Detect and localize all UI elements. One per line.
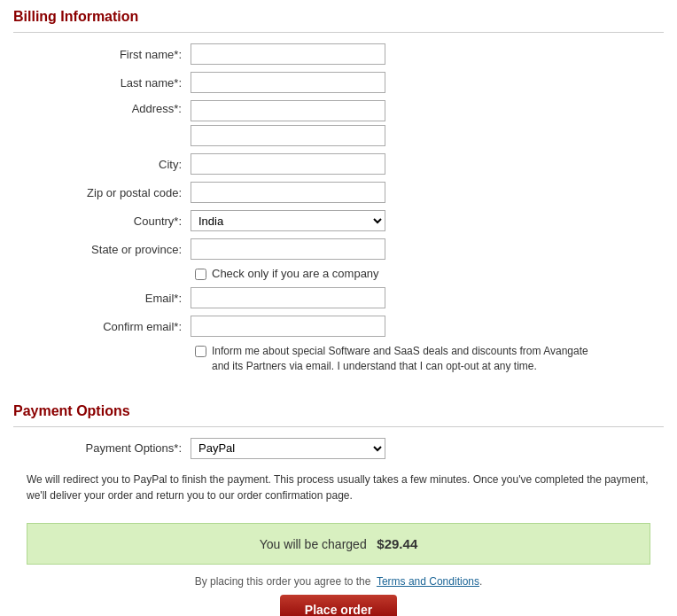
first-name-label: First name*: [13, 48, 191, 61]
terms-link[interactable]: Terms and Conditions [377, 575, 479, 588]
payment-section: Payment Options Payment Options*: PayPal… [0, 394, 677, 616]
place-order-button[interactable]: Place order [280, 595, 397, 616]
confirm-email-row: Confirm email*: [13, 316, 664, 337]
terms-suffix: . [479, 575, 482, 588]
confirm-email-label: Confirm email*: [13, 320, 191, 333]
billing-section: Billing Information First name*: Last na… [0, 0, 677, 394]
terms-row: By placing this order you agree to the T… [13, 575, 664, 588]
state-input[interactable] [191, 238, 385, 260]
company-checkbox[interactable] [195, 269, 206, 280]
first-name-input-wrapper [191, 43, 385, 65]
billing-divider [13, 32, 664, 33]
last-name-input-wrapper [191, 72, 385, 93]
email-notice-row: Inform me about special Software and Saa… [13, 344, 664, 374]
paypal-notice: We will redirect you to PayPal to finish… [13, 466, 664, 512]
payment-divider [13, 426, 664, 427]
zip-input[interactable] [191, 182, 385, 203]
place-order-row: Place order [13, 595, 664, 616]
email-notice-label: Inform me about special Software and Saa… [212, 344, 593, 374]
city-input-wrapper [191, 153, 385, 175]
company-checkbox-label: Check only if you are a company [212, 267, 379, 280]
email-input-wrapper [191, 287, 385, 308]
last-name-label: Last name*: [13, 76, 191, 90]
address-line2-input[interactable] [191, 125, 385, 146]
first-name-row: First name*: [13, 43, 664, 65]
zip-label: Zip or postal code: [13, 186, 191, 199]
payment-select-wrapper: PayPal Credit Card Wire Transfer [191, 438, 385, 459]
country-row: Country*: India United States United Kin… [13, 210, 664, 231]
address-line1-input[interactable] [191, 100, 385, 121]
country-label: Country*: [13, 214, 191, 228]
email-input[interactable] [191, 287, 385, 308]
state-row: State or province: [13, 238, 664, 260]
first-name-input[interactable] [191, 43, 385, 65]
country-select[interactable]: India United States United Kingdom Germa… [191, 210, 385, 231]
payment-title: Payment Options [13, 403, 664, 419]
confirm-email-input[interactable] [191, 316, 385, 337]
charge-box: You will be charged $29.44 [27, 523, 650, 565]
payment-select[interactable]: PayPal Credit Card Wire Transfer [191, 438, 385, 459]
state-input-wrapper [191, 238, 385, 260]
payment-options-row: Payment Options*: PayPal Credit Card Wir… [13, 438, 664, 459]
city-row: City: [13, 153, 664, 175]
last-name-input[interactable] [191, 72, 385, 93]
payment-options-label: Payment Options*: [13, 441, 191, 455]
charge-amount: $29.44 [377, 536, 417, 551]
company-checkbox-row: Check only if you are a company [13, 267, 664, 280]
city-label: City: [13, 158, 191, 171]
email-row: Email*: [13, 287, 664, 308]
zip-input-wrapper [191, 182, 385, 203]
email-label: Email*: [13, 292, 191, 305]
address-input-wrapper [191, 100, 385, 146]
city-input[interactable] [191, 153, 385, 175]
terms-prefix: By placing this order you agree to the [195, 575, 371, 588]
billing-title: Billing Information [13, 9, 664, 25]
confirm-email-input-wrapper [191, 316, 385, 337]
email-notice-checkbox[interactable] [195, 346, 206, 357]
state-label: State or province: [13, 243, 191, 256]
address-row: Address*: [13, 100, 664, 146]
address-label: Address*: [13, 100, 191, 115]
zip-row: Zip or postal code: [13, 182, 664, 203]
country-select-wrapper: India United States United Kingdom Germa… [191, 210, 385, 231]
charge-prefix: You will be charged [260, 537, 367, 551]
last-name-row: Last name*: [13, 72, 664, 93]
